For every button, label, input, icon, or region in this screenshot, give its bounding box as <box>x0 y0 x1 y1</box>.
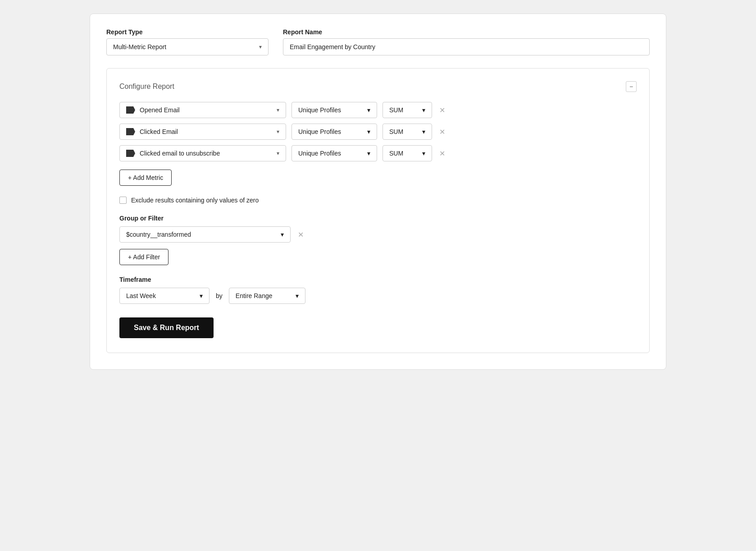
profiles-value-3: Unique Profiles <box>298 150 341 157</box>
report-name-label: Report Name <box>283 28 650 36</box>
remove-filter-icon <box>298 231 304 239</box>
report-type-group: Report Type Multi-Metric Report <box>106 28 269 55</box>
filter-chevron-icon <box>281 231 284 238</box>
metric-label-1: Opened Email <box>140 106 273 114</box>
exclude-checkbox[interactable] <box>119 197 127 204</box>
sum-value-1: SUM <box>389 106 403 114</box>
timeframe-section: Timeframe Last Week by Entire Range <box>119 276 637 304</box>
group-filter-section: Group or Filter $country__transformed + … <box>119 215 637 265</box>
minus-icon <box>629 83 633 90</box>
profiles-chevron-1-icon <box>367 106 370 114</box>
sum-select-3[interactable]: SUM <box>383 145 432 161</box>
sum-select-2[interactable]: SUM <box>383 124 432 140</box>
remove-1-icon <box>439 106 445 114</box>
timeframe-label: Timeframe <box>119 276 637 283</box>
collapse-button[interactable] <box>626 81 637 92</box>
report-type-chevron-icon <box>259 44 262 50</box>
metric-chevron-1-icon <box>277 107 279 113</box>
range-chevron-icon <box>296 292 299 299</box>
report-type-label: Report Type <box>106 28 269 36</box>
profiles-select-3[interactable]: Unique Profiles <box>291 145 377 161</box>
remove-2-icon <box>439 128 445 136</box>
timeframe-chevron-icon <box>200 292 203 299</box>
metric-select-1[interactable]: Opened Email <box>119 102 286 118</box>
sum-value-3: SUM <box>389 150 403 157</box>
metric-label-2: Clicked Email <box>140 128 273 135</box>
save-run-button[interactable]: Save & Run Report <box>119 317 214 338</box>
filter-select[interactable]: $country__transformed <box>119 226 291 243</box>
profiles-chevron-3-icon <box>367 150 370 157</box>
report-type-value: Multi-Metric Report <box>113 43 166 51</box>
report-type-select[interactable]: Multi-Metric Report <box>106 38 269 55</box>
timeframe-value: Last Week <box>126 292 156 299</box>
range-select[interactable]: Entire Range <box>229 288 305 304</box>
report-name-group: Report Name <box>283 28 650 55</box>
add-filter-button[interactable]: + Add Filter <box>119 249 169 265</box>
profiles-select-1[interactable]: Unique Profiles <box>291 102 377 118</box>
add-metric-button[interactable]: + Add Metric <box>119 170 172 186</box>
metric-chevron-2-icon <box>277 129 279 135</box>
group-filter-label: Group or Filter <box>119 215 637 222</box>
configure-title: Configure Report <box>119 83 174 91</box>
top-row: Report Type Multi-Metric Report Report N… <box>106 28 650 55</box>
by-label: by <box>216 292 223 299</box>
sum-select-1[interactable]: SUM <box>383 102 432 118</box>
metric-select-3[interactable]: Clicked email to unsubscribe <box>119 145 286 161</box>
metric-select-2[interactable]: Clicked Email <box>119 124 286 140</box>
metric-icon-3 <box>126 150 135 157</box>
remove-3-icon <box>439 150 445 157</box>
filter-row: $country__transformed <box>119 226 637 243</box>
sum-chevron-1-icon <box>422 106 425 114</box>
timeframe-select[interactable]: Last Week <box>119 288 209 304</box>
configure-header: Configure Report <box>119 81 637 92</box>
profiles-value-1: Unique Profiles <box>298 106 341 114</box>
metric-row: Opened Email Unique Profiles SUM <box>119 102 637 118</box>
remove-metric-1-button[interactable] <box>437 104 447 116</box>
profiles-select-2[interactable]: Unique Profiles <box>291 124 377 140</box>
metric-icon-1 <box>126 106 135 114</box>
metric-chevron-3-icon <box>277 150 279 156</box>
report-name-input[interactable] <box>283 38 650 55</box>
remove-metric-2-button[interactable] <box>437 126 447 138</box>
sum-chevron-2-icon <box>422 128 425 135</box>
metric-row: Clicked Email Unique Profiles SUM <box>119 124 637 140</box>
profiles-value-2: Unique Profiles <box>298 128 341 135</box>
range-value: Entire Range <box>236 292 273 299</box>
sum-chevron-3-icon <box>422 150 425 157</box>
metric-label-3: Clicked email to unsubscribe <box>140 150 273 157</box>
timeframe-row: Last Week by Entire Range <box>119 288 637 304</box>
metrics-list: Opened Email Unique Profiles SUM <box>119 102 637 161</box>
remove-filter-button[interactable] <box>296 229 305 241</box>
remove-metric-3-button[interactable] <box>437 147 447 160</box>
metric-row: Clicked email to unsubscribe Unique Prof… <box>119 145 637 161</box>
configure-section: Configure Report Opened Email Unique Pro… <box>106 68 650 353</box>
exclude-label: Exclude results containing only values o… <box>131 197 259 204</box>
main-card: Report Type Multi-Metric Report Report N… <box>90 14 666 370</box>
filter-value: $country__transformed <box>126 231 191 238</box>
exclude-row: Exclude results containing only values o… <box>119 197 637 204</box>
metric-icon-2 <box>126 128 135 135</box>
profiles-chevron-2-icon <box>367 128 370 135</box>
sum-value-2: SUM <box>389 128 403 135</box>
